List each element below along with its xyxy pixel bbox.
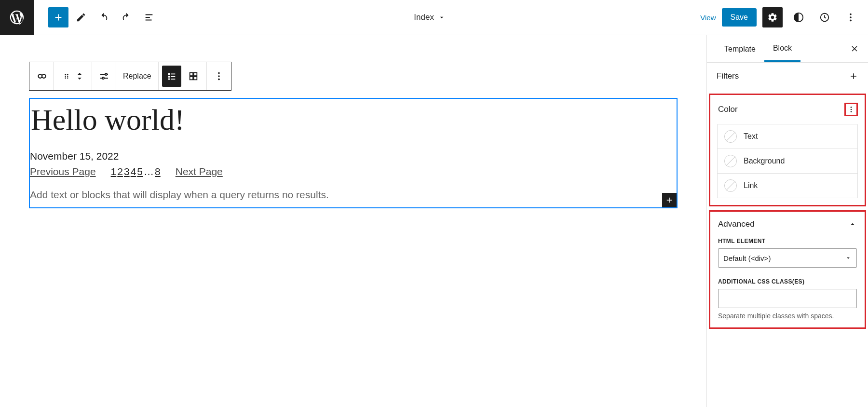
view-link[interactable]: View (700, 14, 716, 22)
sliders-icon (98, 70, 110, 82)
chevron-down-icon (438, 14, 446, 21)
page-3[interactable]: 3 (124, 166, 130, 177)
document-title-area[interactable]: Index (159, 13, 700, 22)
list-layout-icon (166, 71, 177, 81)
undo-icon (98, 12, 109, 23)
svg-rect-14 (171, 74, 175, 75)
grid-layout-icon (188, 71, 199, 81)
replace-button[interactable]: Replace (116, 62, 159, 90)
add-filter-button[interactable] (849, 71, 858, 81)
topbar-left-tools (34, 7, 159, 27)
query-loop-block[interactable]: Hello world! November 15, 2022 Previous … (29, 98, 678, 208)
svg-point-8 (67, 76, 68, 77)
page-2[interactable]: 2 (117, 166, 123, 177)
pagination-previous[interactable]: Previous Page (30, 166, 96, 177)
advanced-body: HTML ELEMENT Default (<div>) ADDITIONAL … (710, 238, 865, 327)
empty-swatch-icon (724, 130, 737, 143)
color-panel-highlight: Color Text Background Link (709, 94, 866, 206)
svg-rect-17 (168, 79, 170, 80)
redo-button[interactable] (116, 7, 136, 27)
styles-button[interactable] (788, 7, 809, 27)
drag-handle-icon (62, 70, 71, 82)
page-1[interactable]: 1 (111, 166, 117, 177)
page-5[interactable]: 5 (137, 166, 143, 177)
svg-point-2 (850, 14, 852, 15)
chevron-up-icon (76, 71, 83, 76)
plus-icon (849, 71, 858, 81)
color-text-label: Text (744, 132, 758, 141)
settings-button[interactable] (762, 7, 783, 27)
color-link-button[interactable]: Link (718, 173, 857, 198)
svg-rect-18 (171, 79, 175, 80)
filters-label: Filters (717, 71, 739, 81)
svg-rect-22 (194, 77, 197, 80)
append-block-button[interactable] (662, 193, 677, 207)
advanced-heading: Advanced (718, 219, 755, 229)
svg-rect-21 (190, 77, 192, 80)
block-toolbar: Replace (29, 62, 231, 91)
redo-icon (121, 12, 132, 23)
chevron-down-icon (76, 76, 83, 81)
svg-point-26 (851, 107, 852, 108)
svg-point-3 (850, 16, 852, 18)
edit-tool-button[interactable] (71, 7, 91, 27)
help-button[interactable] (814, 7, 835, 27)
svg-point-4 (850, 20, 852, 22)
page-4[interactable]: 4 (131, 166, 136, 177)
svg-point-10 (67, 77, 68, 79)
sidebar-scrollbar[interactable] (706, 35, 707, 407)
layout-list-button[interactable] (162, 66, 181, 87)
chevron-down-icon (845, 255, 852, 261)
tab-block[interactable]: Block (764, 35, 800, 62)
empty-swatch-icon (724, 179, 737, 192)
empty-swatch-icon (724, 155, 737, 167)
svg-point-24 (218, 75, 220, 77)
advanced-toggle[interactable]: Advanced (710, 212, 865, 236)
color-options-button[interactable] (844, 103, 858, 116)
page-8[interactable]: 8 (155, 166, 161, 177)
post-date[interactable]: November 15, 2022 (30, 149, 677, 164)
settings-sidebar: Template Block Filters Color (706, 35, 868, 407)
close-icon (850, 44, 859, 54)
close-sidebar-button[interactable] (850, 44, 859, 54)
plus-icon (665, 196, 674, 204)
svg-rect-19 (190, 73, 192, 76)
no-results-placeholder[interactable]: Add text or blocks that will display whe… (30, 187, 677, 203)
pencil-icon (76, 12, 86, 23)
layout-grid-button[interactable] (184, 66, 203, 87)
compass-icon (819, 12, 830, 23)
undo-button[interactable] (94, 7, 114, 27)
plus-icon (53, 12, 64, 23)
post-title[interactable]: Hello world! (30, 100, 677, 149)
more-options-button[interactable] (841, 7, 861, 27)
advanced-panel-highlight: Advanced HTML ELEMENT Default (<div>) AD… (709, 210, 866, 329)
svg-point-25 (218, 79, 220, 81)
add-block-button[interactable] (48, 7, 68, 27)
svg-point-27 (851, 109, 852, 110)
list-view-button[interactable] (139, 7, 159, 27)
pagination-next[interactable]: Next Page (176, 166, 223, 177)
display-settings-button[interactable] (92, 62, 116, 90)
pagination: Previous Page 12345…8 Next Page (30, 164, 677, 187)
gear-icon (767, 12, 778, 23)
filters-section: Filters (707, 63, 868, 90)
save-button[interactable]: Save (722, 8, 757, 27)
wordpress-logo[interactable] (0, 0, 34, 35)
color-link-label: Link (744, 181, 758, 190)
top-toolbar: Index View Save (0, 0, 868, 35)
block-mover[interactable] (54, 62, 92, 90)
tab-template[interactable]: Template (716, 36, 764, 61)
pagination-numbers[interactable]: 12345…8 (110, 166, 161, 177)
block-more-options[interactable] (207, 62, 231, 90)
svg-point-6 (67, 74, 68, 75)
sidebar-tabs: Template Block (707, 35, 868, 63)
more-vertical-icon (847, 106, 855, 113)
color-background-button[interactable]: Background (718, 149, 857, 173)
topbar-right-tools: View Save (700, 7, 868, 27)
color-text-button[interactable]: Text (718, 124, 857, 149)
css-classes-input[interactable] (718, 289, 857, 308)
query-loop-block-type[interactable] (29, 62, 54, 90)
editor-canvas[interactable]: Replace Hello world! November 15, 2022 P… (0, 35, 706, 407)
page-ellipsis: … (144, 166, 154, 177)
html-element-select[interactable]: Default (<div>) (718, 248, 857, 268)
